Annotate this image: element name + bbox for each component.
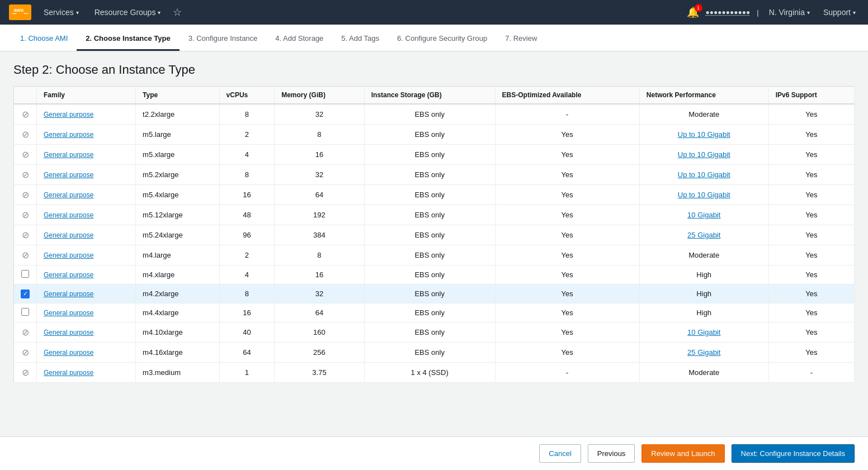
tab-add-tags[interactable]: 5. Add Tags <box>332 27 388 51</box>
network-link[interactable]: 25 Gigabit <box>687 231 720 239</box>
table-row[interactable]: ⊘General purposet2.2xlarge832EBS only-Mo… <box>14 104 855 125</box>
storage-cell: EBS only <box>364 322 495 342</box>
family-link[interactable]: General purpose <box>44 369 93 377</box>
storage-cell: EBS only <box>364 125 495 145</box>
vcpu-cell: 1 <box>219 362 275 382</box>
notifications-bell[interactable]: 🔔 1 <box>687 6 699 18</box>
family-cell: General purpose <box>37 265 136 284</box>
row-selector[interactable]: ⊘ <box>14 225 37 245</box>
table-row[interactable]: General purposem4.4xlarge1664EBS onlyYes… <box>14 303 855 322</box>
table-row[interactable]: General purposem4.xlarge416EBS onlyYesHi… <box>14 265 855 284</box>
family-cell: General purpose <box>37 145 136 165</box>
network-cell: 10 Gigabit <box>639 322 768 342</box>
network-link[interactable]: Up to 10 Gigabit <box>678 130 730 139</box>
family-link[interactable]: General purpose <box>44 309 93 317</box>
col-family: Family <box>37 87 136 105</box>
disabled-icon: ⊘ <box>22 170 29 179</box>
main-content: Step 2: Choose an Instance Type Family T… <box>0 51 868 436</box>
vcpu-cell: 4 <box>219 145 275 165</box>
row-selector[interactable]: ✓ <box>14 284 37 303</box>
row-selector[interactable] <box>14 303 37 322</box>
selected-checkbox[interactable]: ✓ <box>21 289 30 298</box>
ipv6-cell: Yes <box>768 245 854 265</box>
table-row[interactable]: ⊘General purposem5.large28EBS onlyYesUp … <box>14 125 855 145</box>
row-selector[interactable]: ⊘ <box>14 185 37 205</box>
family-link[interactable]: General purpose <box>44 251 93 259</box>
memory-cell: 256 <box>275 342 365 362</box>
ebs-cell: Yes <box>495 205 639 225</box>
disabled-icon: ⊘ <box>22 327 29 337</box>
type-cell: m3.medium <box>136 362 219 382</box>
ipv6-cell: Yes <box>768 145 854 165</box>
family-cell: General purpose <box>37 362 136 382</box>
nav-right: 🔔 1 ●●●●●●●●●●● | N. Virginia ▾ Support … <box>687 6 860 19</box>
row-selector[interactable]: ⊘ <box>14 322 37 342</box>
row-selector[interactable]: ⊘ <box>14 245 37 265</box>
table-row[interactable]: ⊘General purposem4.large28EBS onlyYesMod… <box>14 245 855 265</box>
network-cell: Up to 10 Gigabit <box>639 185 768 205</box>
family-link[interactable]: General purpose <box>44 151 93 159</box>
table-row[interactable]: ⊘General purposem5.2xlarge832EBS onlyYes… <box>14 165 855 185</box>
tab-choose-ami[interactable]: 1. Choose AMI <box>11 27 77 51</box>
table-row[interactable]: ⊘General purposem5.4xlarge1664EBS onlyYe… <box>14 185 855 205</box>
row-selector[interactable]: ⊘ <box>14 145 37 165</box>
storage-cell: EBS only <box>364 165 495 185</box>
network-cell: 10 Gigabit <box>639 205 768 225</box>
tab-configure-security[interactable]: 6. Configure Security Group <box>388 27 496 51</box>
family-link[interactable]: General purpose <box>44 349 93 357</box>
family-link[interactable]: General purpose <box>44 329 93 336</box>
row-selector[interactable]: ⊘ <box>14 165 37 185</box>
family-link[interactable]: General purpose <box>44 191 93 199</box>
row-selector[interactable]: ⊘ <box>14 125 37 145</box>
row-checkbox[interactable] <box>21 270 29 278</box>
network-link[interactable]: 10 Gigabit <box>687 328 720 336</box>
network-cell: Up to 10 Gigabit <box>639 165 768 185</box>
table-row[interactable]: ⊘General purposem5.12xlarge48192EBS only… <box>14 205 855 225</box>
disabled-icon: ⊘ <box>22 190 29 200</box>
network-cell: Moderate <box>639 362 768 382</box>
ebs-cell: Yes <box>495 322 639 342</box>
row-checkbox[interactable] <box>21 308 29 316</box>
family-link[interactable]: General purpose <box>44 171 93 179</box>
table-row[interactable]: ⊘General purposem5.xlarge416EBS onlyYesU… <box>14 145 855 165</box>
network-link[interactable]: Up to 10 Gigabit <box>678 191 730 199</box>
type-cell: t2.2xlarge <box>136 104 219 125</box>
bookmark-icon[interactable]: ☆ <box>173 6 182 18</box>
row-selector[interactable]: ⊘ <box>14 104 37 125</box>
family-link[interactable]: General purpose <box>44 271 93 279</box>
family-link[interactable]: General purpose <box>44 211 93 219</box>
row-selector[interactable]: ⊘ <box>14 342 37 362</box>
storage-cell: 1 x 4 (SSD) <box>364 362 495 382</box>
region-selector[interactable]: N. Virginia ▾ <box>766 6 813 19</box>
network-cell: 25 Gigabit <box>639 342 768 362</box>
table-row[interactable]: ✓General purposem4.2xlarge832EBS onlyYes… <box>14 284 855 303</box>
family-link[interactable]: General purpose <box>44 111 93 118</box>
ipv6-cell: Yes <box>768 303 854 322</box>
family-link[interactable]: General purpose <box>44 290 93 298</box>
table-row[interactable]: ⊘General purposem3.medium13.751 x 4 (SSD… <box>14 362 855 382</box>
ebs-cell: Yes <box>495 185 639 205</box>
network-link[interactable]: Up to 10 Gigabit <box>678 150 730 159</box>
tab-add-storage[interactable]: 4. Add Storage <box>266 27 332 51</box>
row-selector[interactable]: ⊘ <box>14 205 37 225</box>
user-account-label[interactable]: ●●●●●●●●●●● <box>706 8 751 16</box>
network-link[interactable]: 25 Gigabit <box>687 348 720 357</box>
network-link[interactable]: Up to 10 Gigabit <box>678 170 730 179</box>
row-selector[interactable]: ⊘ <box>14 362 37 382</box>
services-nav[interactable]: Services ▾ <box>40 6 82 19</box>
tab-configure-instance[interactable]: 3. Configure Instance <box>180 27 267 51</box>
tab-choose-instance[interactable]: 2. Choose Instance Type <box>77 27 179 51</box>
vcpu-cell: 16 <box>219 303 275 322</box>
vcpu-cell: 48 <box>219 205 275 225</box>
aws-logo[interactable]: aws <box>9 4 31 20</box>
table-row[interactable]: ⊘General purposem5.24xlarge96384EBS only… <box>14 225 855 245</box>
support-nav[interactable]: Support ▾ <box>820 6 859 19</box>
tab-review[interactable]: 7. Review <box>496 27 546 51</box>
table-row[interactable]: ⊘General purposem4.16xlarge64256EBS only… <box>14 342 855 362</box>
family-link[interactable]: General purpose <box>44 231 93 239</box>
row-selector[interactable] <box>14 265 37 284</box>
resource-groups-nav[interactable]: Resource Groups ▾ <box>91 6 164 19</box>
network-link[interactable]: 10 Gigabit <box>687 211 720 219</box>
table-row[interactable]: ⊘General purposem4.10xlarge40160EBS only… <box>14 322 855 342</box>
family-link[interactable]: General purpose <box>44 131 93 139</box>
